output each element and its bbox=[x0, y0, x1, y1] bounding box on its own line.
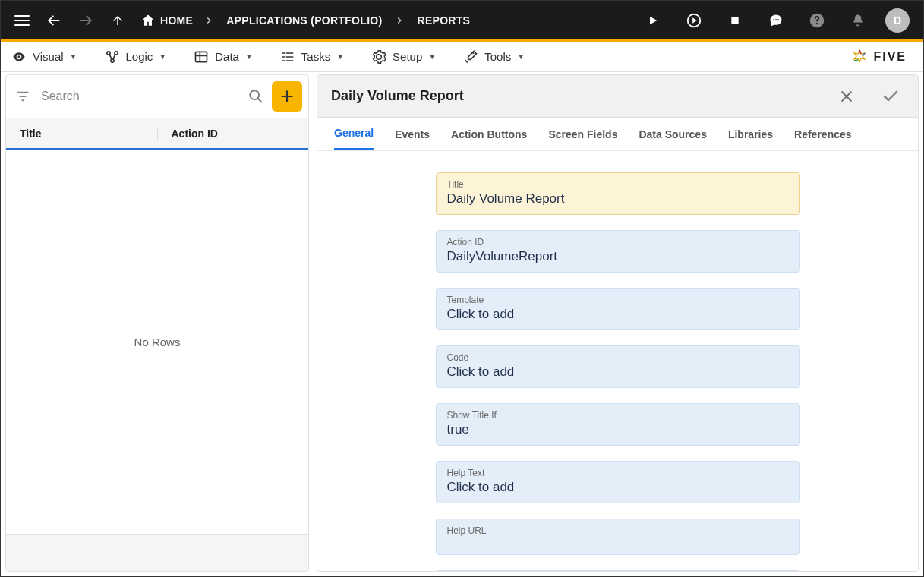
field-help-text[interactable]: Help Text Click to add bbox=[436, 461, 800, 503]
field-label: Help URL bbox=[447, 525, 789, 536]
breadcrumb-reports[interactable]: REPORTS bbox=[411, 14, 476, 27]
stop-icon[interactable] bbox=[721, 7, 749, 34]
field-label: Code bbox=[447, 352, 789, 363]
tab-screen-fields[interactable]: Screen Fields bbox=[548, 118, 617, 150]
chevron-right-icon bbox=[394, 15, 405, 26]
left-panel: Title Action ID No Rows bbox=[5, 74, 309, 572]
page-title: Daily Volume Report bbox=[331, 88, 464, 104]
tab-general[interactable]: General bbox=[334, 118, 374, 150]
menu-label: Data bbox=[215, 50, 239, 63]
field-label: Template bbox=[447, 295, 789, 305]
brand-text: FIVE bbox=[873, 50, 907, 64]
menu-data[interactable]: Data ▼ bbox=[194, 49, 253, 65]
menu-label: Tools bbox=[484, 50, 511, 63]
tab-action-buttons[interactable]: Action Buttons bbox=[451, 118, 527, 150]
circle-play-icon[interactable] bbox=[680, 7, 708, 34]
field-title[interactable]: Title Daily Volume Report bbox=[436, 172, 800, 215]
svg-point-6 bbox=[816, 23, 818, 24]
field-value: Click to add bbox=[447, 480, 789, 495]
search-icon[interactable] bbox=[244, 88, 267, 105]
filter-icon[interactable] bbox=[12, 90, 33, 103]
field-label: Action ID bbox=[447, 237, 789, 248]
svg-point-7 bbox=[17, 55, 20, 58]
tab-data-sources[interactable]: Data Sources bbox=[639, 118, 706, 150]
tab-libraries[interactable]: Libraries bbox=[728, 118, 773, 150]
svg-rect-11 bbox=[196, 52, 207, 61]
menu-logic[interactable]: Logic ▼ bbox=[105, 49, 167, 65]
check-icon[interactable] bbox=[877, 83, 904, 110]
field-code[interactable]: Code Click to add bbox=[436, 345, 800, 388]
dropdown-icon: ▼ bbox=[70, 52, 77, 61]
add-button[interactable] bbox=[272, 81, 302, 112]
field-help-url[interactable]: Help URL bbox=[436, 519, 800, 555]
dropdown-icon: ▼ bbox=[517, 52, 525, 61]
field-notes[interactable]: Notes Click to add bbox=[436, 570, 800, 571]
menu-label: Setup bbox=[393, 50, 422, 63]
play-icon[interactable] bbox=[639, 7, 667, 34]
breadcrumb-applications[interactable]: APPLICATIONS (PORTFOLIO) bbox=[220, 14, 388, 27]
svg-point-2 bbox=[773, 19, 774, 20]
brand-logo: FIVE bbox=[850, 48, 913, 66]
field-value: Daily Volume Report bbox=[447, 191, 789, 207]
home-icon[interactable]: HOME bbox=[136, 7, 197, 34]
menu-icon[interactable] bbox=[8, 7, 36, 34]
dropdown-icon: ▼ bbox=[336, 52, 344, 61]
menu-label: Tasks bbox=[301, 50, 330, 63]
field-value: DailyVolumeReport bbox=[447, 249, 789, 264]
svg-point-4 bbox=[777, 19, 779, 20]
menu-setup[interactable]: Setup ▼ bbox=[371, 49, 436, 65]
tab-references[interactable]: References bbox=[794, 118, 852, 150]
chevron-right-icon bbox=[203, 15, 214, 26]
field-label: Help Text bbox=[447, 468, 789, 478]
up-icon[interactable] bbox=[104, 7, 131, 34]
field-value: Click to add bbox=[447, 364, 789, 380]
empty-state: No Rows bbox=[6, 150, 308, 534]
forward-icon bbox=[72, 7, 99, 34]
menu-label: Visual bbox=[33, 50, 64, 63]
search-input[interactable] bbox=[38, 85, 240, 108]
avatar-initial: D bbox=[894, 14, 901, 27]
field-action-id[interactable]: Action ID DailyVolumeReport bbox=[436, 230, 800, 273]
field-label: Show Title If bbox=[447, 410, 789, 421]
topbar: HOME APPLICATIONS (PORTFOLIO) REPORTS bbox=[1, 1, 923, 42]
column-title[interactable]: Title bbox=[6, 128, 157, 140]
no-rows-text: No Rows bbox=[134, 336, 181, 348]
menu-tools[interactable]: Tools ▼ bbox=[463, 49, 525, 65]
close-icon[interactable] bbox=[833, 83, 860, 110]
field-show-title-if[interactable]: Show Title If true bbox=[436, 403, 800, 446]
menu-label: Logic bbox=[126, 50, 153, 63]
list-footer bbox=[6, 534, 308, 571]
field-label: Title bbox=[447, 179, 789, 190]
dropdown-icon: ▼ bbox=[428, 52, 436, 61]
back-icon[interactable] bbox=[40, 7, 68, 34]
menu-strip: Visual ▼ Logic ▼ Data ▼ Tasks ▼ Setup ▼ … bbox=[1, 42, 923, 72]
table-headers: Title Action ID bbox=[6, 118, 308, 150]
chat-icon[interactable] bbox=[762, 7, 790, 34]
field-value: Click to add bbox=[447, 307, 789, 322]
menu-visual[interactable]: Visual ▼ bbox=[11, 49, 77, 65]
svg-point-8 bbox=[106, 51, 109, 54]
dropdown-icon: ▼ bbox=[159, 52, 166, 61]
breadcrumb-home[interactable]: HOME bbox=[160, 14, 193, 27]
dropdown-icon: ▼ bbox=[245, 52, 253, 61]
bell-icon[interactable] bbox=[844, 7, 872, 34]
svg-rect-1 bbox=[731, 17, 738, 24]
tabs: General Events Action Buttons Screen Fie… bbox=[317, 118, 918, 151]
field-template[interactable]: Template Click to add bbox=[436, 288, 800, 330]
avatar[interactable]: D bbox=[885, 8, 910, 33]
column-actionid[interactable]: Action ID bbox=[157, 128, 309, 140]
tab-events[interactable]: Events bbox=[395, 118, 430, 150]
svg-point-9 bbox=[114, 51, 117, 54]
right-panel: Daily Volume Report General Events Actio… bbox=[317, 74, 919, 572]
field-value: true bbox=[447, 422, 789, 437]
help-icon[interactable] bbox=[803, 7, 831, 34]
svg-point-3 bbox=[775, 19, 777, 20]
menu-tasks[interactable]: Tasks ▼ bbox=[280, 49, 344, 65]
